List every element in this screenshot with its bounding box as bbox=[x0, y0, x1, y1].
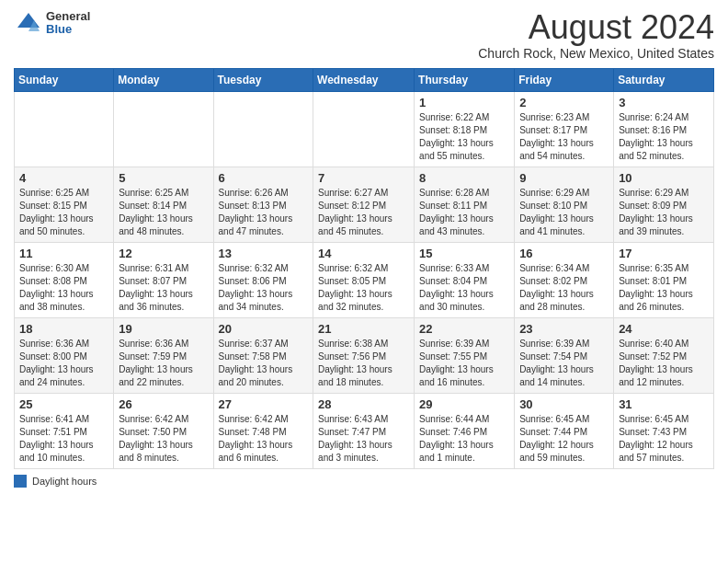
day-number: 21 bbox=[318, 322, 409, 336]
day-info: Sunrise: 6:45 AMSunset: 7:43 PMDaylight:… bbox=[619, 413, 709, 465]
day-number: 30 bbox=[519, 397, 609, 411]
calendar-week-row: 18Sunrise: 6:36 AMSunset: 8:00 PMDayligh… bbox=[15, 317, 714, 393]
day-number: 28 bbox=[318, 397, 409, 411]
calendar-week-row: 11Sunrise: 6:30 AMSunset: 8:08 PMDayligh… bbox=[15, 242, 714, 317]
day-info: Sunrise: 6:37 AMSunset: 7:58 PMDaylight:… bbox=[219, 338, 309, 389]
day-number: 11 bbox=[19, 247, 108, 260]
day-info: Sunrise: 6:45 AMSunset: 7:44 PMDaylight:… bbox=[519, 413, 609, 465]
calendar-cell: 31Sunrise: 6:45 AMSunset: 7:43 PMDayligh… bbox=[614, 393, 714, 468]
calendar-cell: 16Sunrise: 6:34 AMSunset: 8:02 PMDayligh… bbox=[515, 242, 614, 317]
day-info: Sunrise: 6:44 AMSunset: 7:46 PMDaylight:… bbox=[419, 413, 509, 465]
day-number: 2 bbox=[519, 96, 609, 109]
calendar-cell: 17Sunrise: 6:35 AMSunset: 8:01 PMDayligh… bbox=[614, 242, 714, 317]
location: Church Rock, New Mexico, United States bbox=[478, 46, 714, 61]
day-info: Sunrise: 6:36 AMSunset: 7:59 PMDaylight:… bbox=[119, 338, 208, 389]
weekday-header: Thursday bbox=[415, 68, 515, 91]
calendar-week-row: 1Sunrise: 6:22 AMSunset: 8:18 PMDaylight… bbox=[15, 91, 714, 167]
day-info: Sunrise: 6:28 AMSunset: 8:11 PMDaylight:… bbox=[419, 187, 509, 238]
day-info: Sunrise: 6:29 AMSunset: 8:10 PMDaylight:… bbox=[519, 187, 609, 238]
footer: Daylight hours bbox=[14, 475, 714, 488]
day-number: 15 bbox=[419, 247, 509, 260]
day-number: 29 bbox=[419, 397, 509, 411]
day-number: 8 bbox=[419, 171, 509, 185]
weekday-header: Monday bbox=[114, 68, 213, 91]
day-number: 31 bbox=[619, 397, 709, 411]
calendar-cell: 20Sunrise: 6:37 AMSunset: 7:58 PMDayligh… bbox=[213, 317, 313, 393]
calendar-cell: 1Sunrise: 6:22 AMSunset: 8:18 PMDaylight… bbox=[415, 91, 515, 167]
day-info: Sunrise: 6:36 AMSunset: 8:00 PMDaylight:… bbox=[19, 338, 108, 389]
calendar-cell: 2Sunrise: 6:23 AMSunset: 8:17 PMDaylight… bbox=[515, 91, 614, 167]
calendar-cell: 27Sunrise: 6:42 AMSunset: 7:48 PMDayligh… bbox=[213, 393, 313, 468]
logo-text: General Blue bbox=[46, 10, 90, 37]
day-info: Sunrise: 6:39 AMSunset: 7:54 PMDaylight:… bbox=[519, 338, 609, 389]
day-info: Sunrise: 6:22 AMSunset: 8:18 PMDaylight:… bbox=[419, 111, 509, 163]
logo: General Blue bbox=[14, 9, 90, 37]
day-info: Sunrise: 6:29 AMSunset: 8:09 PMDaylight:… bbox=[619, 187, 709, 238]
weekday-header: Tuesday bbox=[213, 68, 313, 91]
day-info: Sunrise: 6:41 AMSunset: 7:51 PMDaylight:… bbox=[19, 413, 108, 465]
day-number: 26 bbox=[119, 397, 208, 411]
logo-icon bbox=[14, 9, 41, 37]
day-number: 25 bbox=[19, 397, 108, 411]
day-number: 7 bbox=[318, 171, 409, 185]
day-number: 16 bbox=[519, 247, 609, 260]
day-number: 14 bbox=[318, 247, 409, 260]
calendar-cell: 13Sunrise: 6:32 AMSunset: 8:06 PMDayligh… bbox=[213, 242, 313, 317]
day-info: Sunrise: 6:26 AMSunset: 8:13 PMDaylight:… bbox=[219, 187, 309, 238]
calendar-cell: 24Sunrise: 6:40 AMSunset: 7:52 PMDayligh… bbox=[614, 317, 714, 393]
calendar-cell: 3Sunrise: 6:24 AMSunset: 8:16 PMDaylight… bbox=[614, 91, 714, 167]
calendar-cell: 9Sunrise: 6:29 AMSunset: 8:10 PMDaylight… bbox=[515, 167, 614, 242]
day-info: Sunrise: 6:25 AMSunset: 8:14 PMDaylight:… bbox=[119, 187, 208, 238]
calendar-cell: 25Sunrise: 6:41 AMSunset: 7:51 PMDayligh… bbox=[15, 393, 114, 468]
day-info: Sunrise: 6:32 AMSunset: 8:06 PMDaylight:… bbox=[219, 262, 309, 314]
calendar-cell: 10Sunrise: 6:29 AMSunset: 8:09 PMDayligh… bbox=[614, 167, 714, 242]
calendar-cell: 11Sunrise: 6:30 AMSunset: 8:08 PMDayligh… bbox=[15, 242, 114, 317]
day-info: Sunrise: 6:31 AMSunset: 8:07 PMDaylight:… bbox=[119, 262, 208, 314]
day-number: 23 bbox=[519, 322, 609, 336]
legend-box bbox=[14, 475, 27, 488]
calendar-cell: 18Sunrise: 6:36 AMSunset: 8:00 PMDayligh… bbox=[15, 317, 114, 393]
day-number: 17 bbox=[619, 247, 709, 260]
calendar-cell: 26Sunrise: 6:42 AMSunset: 7:50 PMDayligh… bbox=[114, 393, 213, 468]
calendar-cell bbox=[15, 91, 114, 167]
calendar-cell: 6Sunrise: 6:26 AMSunset: 8:13 PMDaylight… bbox=[213, 167, 313, 242]
day-info: Sunrise: 6:30 AMSunset: 8:08 PMDaylight:… bbox=[19, 262, 108, 314]
day-number: 13 bbox=[219, 247, 309, 260]
day-number: 10 bbox=[619, 171, 709, 185]
title-block: August 2024 Church Rock, New Mexico, Uni… bbox=[478, 9, 714, 61]
day-number: 12 bbox=[119, 247, 208, 260]
day-number: 22 bbox=[419, 322, 509, 336]
day-info: Sunrise: 6:24 AMSunset: 8:16 PMDaylight:… bbox=[619, 111, 709, 163]
day-number: 4 bbox=[19, 171, 108, 185]
calendar-week-row: 25Sunrise: 6:41 AMSunset: 7:51 PMDayligh… bbox=[15, 393, 714, 468]
calendar-cell: 22Sunrise: 6:39 AMSunset: 7:55 PMDayligh… bbox=[415, 317, 515, 393]
day-number: 5 bbox=[119, 171, 208, 185]
calendar-cell: 19Sunrise: 6:36 AMSunset: 7:59 PMDayligh… bbox=[114, 317, 213, 393]
month-title: August 2024 bbox=[478, 9, 714, 46]
calendar-cell: 21Sunrise: 6:38 AMSunset: 7:56 PMDayligh… bbox=[313, 317, 415, 393]
day-info: Sunrise: 6:42 AMSunset: 7:48 PMDaylight:… bbox=[219, 413, 309, 465]
day-number: 20 bbox=[219, 322, 309, 336]
calendar-cell: 12Sunrise: 6:31 AMSunset: 8:07 PMDayligh… bbox=[114, 242, 213, 317]
calendar-cell: 14Sunrise: 6:32 AMSunset: 8:05 PMDayligh… bbox=[313, 242, 415, 317]
calendar-table: SundayMondayTuesdayWednesdayThursdayFrid… bbox=[14, 68, 714, 469]
day-number: 18 bbox=[19, 322, 108, 336]
day-info: Sunrise: 6:27 AMSunset: 8:12 PMDaylight:… bbox=[318, 187, 409, 238]
day-info: Sunrise: 6:35 AMSunset: 8:01 PMDaylight:… bbox=[619, 262, 709, 314]
day-number: 19 bbox=[119, 322, 208, 336]
day-number: 6 bbox=[219, 171, 309, 185]
day-number: 24 bbox=[619, 322, 709, 336]
calendar-cell bbox=[213, 91, 313, 167]
day-info: Sunrise: 6:39 AMSunset: 7:55 PMDaylight:… bbox=[419, 338, 509, 389]
calendar-cell: 5Sunrise: 6:25 AMSunset: 8:14 PMDaylight… bbox=[114, 167, 213, 242]
calendar-cell: 7Sunrise: 6:27 AMSunset: 8:12 PMDaylight… bbox=[313, 167, 415, 242]
calendar-cell: 4Sunrise: 6:25 AMSunset: 8:15 PMDaylight… bbox=[15, 167, 114, 242]
day-info: Sunrise: 6:38 AMSunset: 7:56 PMDaylight:… bbox=[318, 338, 409, 389]
page-header: General Blue August 2024 Church Rock, Ne… bbox=[14, 9, 714, 61]
day-number: 3 bbox=[619, 96, 709, 109]
day-info: Sunrise: 6:25 AMSunset: 8:15 PMDaylight:… bbox=[19, 187, 108, 238]
calendar-cell bbox=[114, 91, 213, 167]
day-info: Sunrise: 6:32 AMSunset: 8:05 PMDaylight:… bbox=[318, 262, 409, 314]
calendar-cell: 29Sunrise: 6:44 AMSunset: 7:46 PMDayligh… bbox=[415, 393, 515, 468]
weekday-header: Friday bbox=[515, 68, 614, 91]
